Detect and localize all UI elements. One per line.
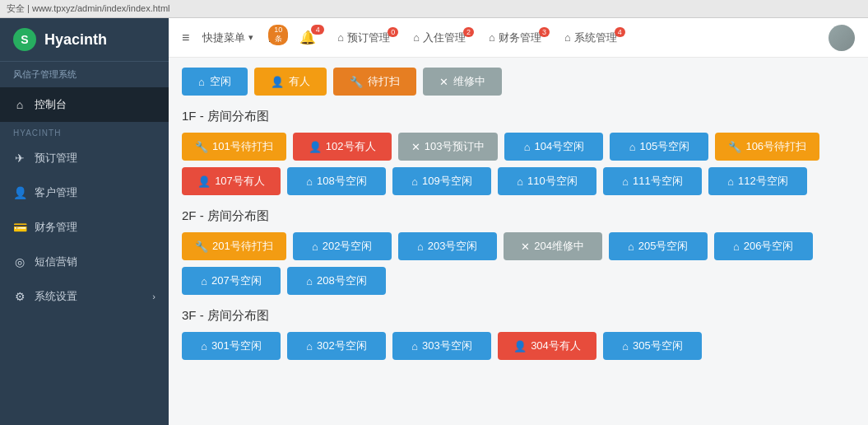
sidebar-item-label: 控制台 — [35, 97, 67, 112]
finance-mgmt-badge: 3 — [539, 27, 550, 37]
room-btn-102[interactable]: 👤102号有人 — [293, 133, 392, 161]
floors-container: 1F - 房间分布图🔧101号待打扫👤102号有人✕103号预订中⌂104号空闲… — [182, 109, 855, 360]
sidebar-item-booking[interactable]: ✈ 预订管理 — [0, 141, 169, 175]
room-btn-305[interactable]: ⌂305号空闲 — [603, 332, 702, 360]
room-icon-108: ⌂ — [306, 175, 313, 188]
bell-badge-item[interactable]: 🔔 4 — [299, 30, 316, 45]
bell-badge: 4 — [311, 25, 324, 35]
header: ≡ 快捷菜单 ▾ ☰ 10条 🔔 4 ⌂ 预订管理 0 ⌂ 入住管理 2 — [169, 18, 868, 58]
room-label-208: 208号空闲 — [317, 273, 367, 288]
booking-mgmt-link[interactable]: ⌂ 预订管理 0 — [331, 30, 397, 45]
status-filter-bar: ⌂ 空闲 👤 有人 🔧 待打扫 ✕ 维修中 — [182, 68, 855, 96]
room-icon-202: ⌂ — [312, 241, 318, 253]
room-icon-101: 🔧 — [195, 141, 208, 153]
room-icon-302: ⌂ — [306, 340, 313, 353]
room-label-201: 201号待打扫 — [212, 239, 273, 254]
system-mgmt-label: 系统管理 — [574, 30, 617, 45]
room-btn-101[interactable]: 🔧101号待打扫 — [182, 133, 286, 161]
app-name: Hyacinth — [44, 31, 107, 49]
room-btn-203[interactable]: ⌂203号空闲 — [398, 232, 497, 260]
finance-icon: 💳 — [13, 221, 26, 234]
sidebar: S Hyacinth 风信子管理系统 ⌂ 控制台 HYACINTH ✈ 预订管理… — [0, 18, 169, 425]
filter-cleaning-btn[interactable]: 🔧 待打扫 — [333, 68, 416, 96]
room-btn-205[interactable]: ⌂205号空闲 — [609, 232, 708, 260]
room-btn-303[interactable]: ⌂303号空闲 — [392, 332, 491, 360]
quick-menu-badge-item[interactable]: ☰ 10条 — [268, 30, 280, 45]
floor-title-2F: 2F - 房间分布图 — [182, 208, 855, 224]
room-btn-208[interactable]: ⌂208号空闲 — [287, 267, 386, 295]
finance-mgmt-link[interactable]: ⌂ 财务管理 3 — [482, 30, 548, 45]
settings-icon: ⚙ — [13, 290, 26, 303]
room-btn-302[interactable]: ⌂302号空闲 — [287, 332, 386, 360]
settings-arrow: › — [152, 292, 155, 301]
sidebar-item-finance[interactable]: 💳 财务管理 — [0, 210, 169, 245]
room-label-110: 110号空闲 — [527, 174, 578, 189]
room-grid-1F: 🔧101号待打扫👤102号有人✕103号预订中⌂104号空闲⌂105号空闲🔧10… — [182, 133, 855, 195]
filter-repair-btn[interactable]: ✕ 维修中 — [423, 68, 502, 96]
sidebar-item-settings[interactable]: ⚙ 系统设置 › — [0, 279, 169, 314]
room-grid-2F: 🔧201号待打扫⌂202号空闲⌂203号空闲✕204维修中⌂205号空闲⌂206… — [182, 232, 855, 295]
app-container: S Hyacinth 风信子管理系统 ⌂ 控制台 HYACINTH ✈ 预订管理… — [0, 18, 868, 425]
floor-title-3F: 3F - 房间分布图 — [182, 308, 855, 324]
checkin-mgmt-link[interactable]: ⌂ 入住管理 2 — [406, 30, 472, 45]
room-icon-106: 🔧 — [728, 141, 741, 153]
room-label-205: 205号空闲 — [638, 239, 689, 254]
sidebar-item-sms[interactable]: ◎ 短信营销 — [0, 245, 169, 279]
user-avatar[interactable] — [829, 25, 855, 51]
room-label-305: 305号空闲 — [633, 339, 683, 353]
filter-occupied-btn[interactable]: 👤 有人 — [254, 68, 327, 96]
room-icon-207: ⌂ — [201, 275, 207, 287]
home-icon: ⌂ — [198, 76, 205, 88]
room-btn-104[interactable]: ⌂104号空闲 — [504, 133, 603, 161]
room-btn-106[interactable]: 🔧106号待打扫 — [715, 133, 819, 161]
room-btn-207[interactable]: ⌂207号空闲 — [182, 267, 281, 295]
main-content: ⌂ 空闲 👤 有人 🔧 待打扫 ✕ 维修中 1F - 房间分布图🔧101号待打扫… — [169, 58, 868, 425]
room-btn-107[interactable]: 👤107号有人 — [182, 167, 281, 195]
floor-section-1F: 1F - 房间分布图🔧101号待打扫👤102号有人✕103号预订中⌂104号空闲… — [182, 109, 855, 195]
home-icon: ⌂ — [489, 31, 495, 44]
room-btn-110[interactable]: ⌂110号空闲 — [498, 167, 596, 195]
room-icon-109: ⌂ — [411, 175, 418, 188]
room-label-101: 101号待打扫 — [212, 139, 273, 154]
filter-occupied-label: 有人 — [289, 74, 310, 89]
room-btn-105[interactable]: ⌂105号空闲 — [610, 133, 708, 161]
room-btn-103[interactable]: ✕103号预订中 — [398, 133, 499, 161]
room-btn-111[interactable]: ⌂111号空闲 — [603, 167, 702, 195]
home-icon: ⌂ — [337, 31, 344, 44]
room-icon-105: ⌂ — [629, 141, 636, 153]
room-icon-103: ✕ — [411, 141, 420, 153]
sidebar-subtitle: 风信子管理系统 — [0, 62, 169, 87]
menu-toggle-icon[interactable]: ≡ — [182, 30, 189, 45]
room-label-111: 111号空闲 — [633, 174, 683, 189]
room-btn-304[interactable]: 👤304号有人 — [498, 332, 596, 360]
room-btn-301[interactable]: ⌂301号空闲 — [182, 332, 281, 360]
filter-empty-btn[interactable]: ⌂ 空闲 — [182, 68, 248, 96]
booking-icon: ✈ — [13, 152, 26, 165]
room-label-105: 105号空闲 — [639, 139, 689, 154]
quick-menu-label: 快捷菜单 — [202, 30, 245, 45]
room-icon-110: ⌂ — [517, 175, 523, 188]
sidebar-item-customer[interactable]: 👤 客户管理 — [0, 175, 169, 210]
sidebar-section-label: HYACINTH — [0, 122, 169, 141]
room-btn-202[interactable]: ⌂202号空闲 — [293, 232, 392, 260]
room-label-103: 103号预订中 — [425, 139, 485, 154]
home-icon: ⌂ — [413, 31, 420, 44]
room-btn-112[interactable]: ⌂112号空闲 — [708, 167, 807, 195]
room-btn-204[interactable]: ✕204维修中 — [504, 232, 602, 260]
room-label-112: 112号空闲 — [738, 174, 788, 189]
room-label-106: 106号待打扫 — [745, 139, 806, 154]
quick-menu[interactable]: 快捷菜单 ▾ — [202, 30, 253, 45]
sidebar-item-dashboard[interactable]: ⌂ 控制台 — [0, 87, 169, 122]
room-btn-109[interactable]: ⌂109号空闲 — [392, 167, 491, 195]
room-btn-108[interactable]: ⌂108号空闲 — [287, 167, 386, 195]
room-icon-301: ⌂ — [201, 340, 207, 353]
room-btn-201[interactable]: 🔧201号待打扫 — [182, 232, 286, 260]
room-label-207: 207号空闲 — [211, 273, 262, 288]
filter-cleaning-label: 待打扫 — [368, 74, 400, 89]
room-label-102: 102号有人 — [326, 139, 376, 154]
chevron-down-icon: ▾ — [248, 32, 253, 43]
sidebar-item-label: 短信营销 — [35, 255, 77, 269]
room-btn-206[interactable]: ⌂206号空闲 — [714, 232, 813, 260]
floor-title-1F: 1F - 房间分布图 — [182, 109, 855, 124]
system-mgmt-link[interactable]: ⌂ 系统管理 4 — [558, 30, 624, 45]
